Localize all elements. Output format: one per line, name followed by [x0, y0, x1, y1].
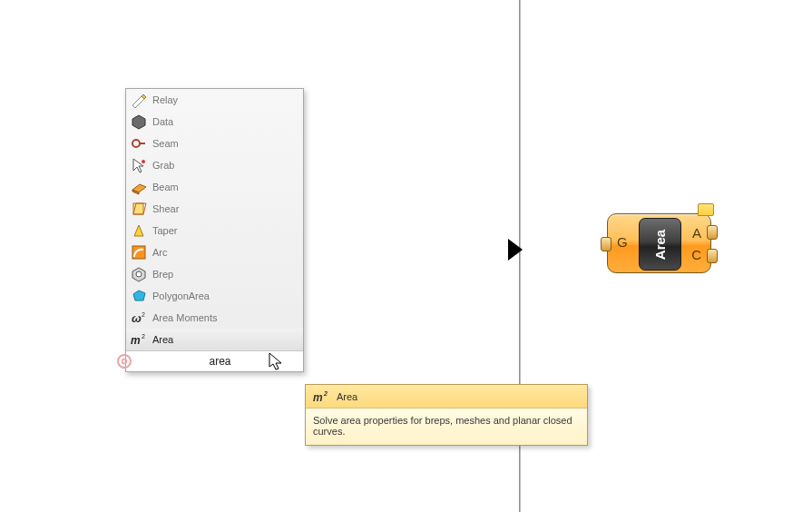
svg-point-4: [132, 140, 140, 147]
svg-point-21: [122, 359, 127, 364]
m2-icon: m2: [313, 389, 329, 404]
component-output-grip-icon[interactable]: [707, 249, 718, 263]
component-search-popup: Relay Data Seam Grab Beam Shear Taper A: [125, 88, 304, 372]
svg-marker-15: [133, 290, 145, 300]
component-warning-flag-icon: [698, 203, 714, 216]
omega-icon: ω2: [131, 310, 147, 326]
svg-marker-3: [132, 115, 145, 129]
search-result-taper[interactable]: Taper: [126, 220, 303, 241]
search-result-grab[interactable]: Grab: [126, 154, 303, 176]
pencil-icon: [131, 92, 147, 108]
search-result-label: Taper: [152, 225, 178, 236]
search-result-arc[interactable]: Arc: [126, 241, 303, 263]
svg-point-20: [118, 355, 131, 368]
component-output-label: A: [692, 225, 701, 241]
svg-text:2: 2: [323, 390, 328, 397]
svg-text:m: m: [131, 334, 141, 347]
svg-text:2: 2: [142, 311, 145, 318]
svg-marker-1: [132, 96, 144, 108]
svg-text:2: 2: [142, 333, 145, 340]
search-result-shear[interactable]: Shear: [126, 198, 303, 220]
search-result-label: Seam: [152, 138, 179, 149]
svg-marker-24: [269, 353, 281, 369]
tooltip: m2 Area Solve area properties for breps,…: [305, 384, 588, 446]
svg-point-6: [142, 160, 145, 163]
component-output-label: C: [691, 247, 701, 262]
tooltip-body: Solve area properties for breps, meshes …: [306, 409, 587, 445]
component-name-plate: Area: [639, 218, 681, 271]
shear-icon: [131, 201, 147, 217]
beam-icon: [131, 179, 147, 195]
search-result-data[interactable]: Data: [126, 111, 303, 133]
m2-icon: m2: [131, 331, 147, 348]
grasshopper-canvas[interactable]: G A C Area Relay Data Seam Grab Beam She…: [0, 0, 812, 512]
search-result-brep[interactable]: Brep: [126, 263, 303, 285]
seam-icon: [131, 135, 147, 152]
svg-text:m: m: [313, 391, 323, 404]
search-result-seam[interactable]: Seam: [126, 133, 303, 154]
svg-point-14: [136, 271, 142, 277]
polygon-icon: [131, 288, 147, 304]
svg-marker-11: [134, 225, 143, 236]
search-result-polygonarea[interactable]: PolygonArea: [126, 285, 303, 307]
search-result-label: Arc: [152, 247, 168, 258]
search-result-label: Beam: [152, 182, 179, 192]
search-result-label: Area: [152, 334, 173, 345]
brep-icon: [131, 266, 147, 282]
tooltip-title: Area: [337, 391, 357, 402]
search-result-area[interactable]: m2 Area: [126, 329, 303, 350]
search-result-label: Data: [152, 116, 173, 127]
search-result-label: Shear: [152, 203, 179, 214]
mouse-cursor-icon: [269, 352, 285, 372]
component-output-grip-icon[interactable]: [707, 225, 718, 240]
component-input-grip-icon[interactable]: [601, 237, 611, 251]
canvas-arrow-icon: [506, 237, 526, 262]
svg-marker-0: [508, 239, 523, 261]
search-result-areamoments[interactable]: ω2 Area Moments: [126, 307, 303, 329]
search-result-label: Relay: [152, 94, 178, 105]
cursor-icon: [131, 157, 147, 173]
target-icon: [115, 352, 133, 370]
svg-text:ω: ω: [132, 311, 142, 325]
search-result-label: Grab: [152, 160, 174, 171]
search-result-label: PolygonArea: [152, 290, 210, 301]
search-result-label: Brep: [152, 269, 173, 280]
hex-icon: [131, 113, 147, 130]
taper-icon: [131, 222, 147, 239]
area-component[interactable]: G A C Area: [607, 213, 711, 273]
search-result-beam[interactable]: Beam: [126, 176, 303, 198]
arc-icon: [131, 244, 147, 261]
search-result-relay[interactable]: Relay: [126, 89, 303, 111]
search-result-label: Area Moments: [152, 312, 218, 323]
component-input-label: G: [617, 234, 628, 250]
